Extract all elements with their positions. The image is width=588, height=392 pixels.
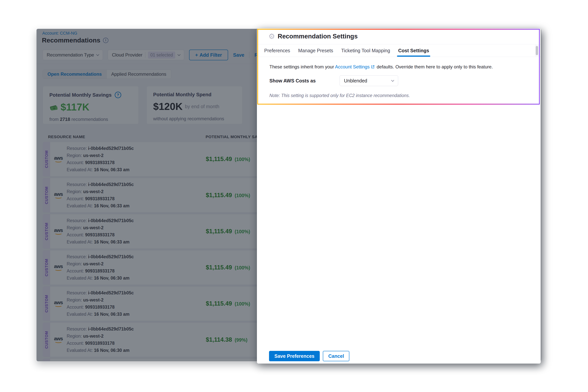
settings-tabstrip: Preferences Manage Presets Ticketing Too… <box>257 44 541 57</box>
tab-cost-settings[interactable]: Cost Settings <box>398 44 429 57</box>
screenshot-canvas: Account: CCM-NG Recommendations i Recomm… <box>0 0 588 392</box>
cancel-button[interactable]: Cancel <box>323 351 349 361</box>
scrollbar-thumb[interactable] <box>536 46 538 55</box>
external-link-icon <box>371 64 375 70</box>
aws-costs-select[interactable]: Unblended <box>340 75 398 86</box>
chevron-down-icon <box>391 78 394 82</box>
tab-preferences[interactable]: Preferences <box>264 44 290 57</box>
inherit-description: These settings inherit from your Account… <box>270 64 493 70</box>
account-settings-link[interactable]: Account Settings <box>335 64 370 69</box>
tab-ticketing-tool-mapping[interactable]: Ticketing Tool Mapping <box>341 44 390 57</box>
save-preferences-button[interactable]: Save Preferences <box>269 351 320 361</box>
tab-manage-presets[interactable]: Manage Presets <box>298 44 333 57</box>
recommendation-settings-drawer: ⚙ Recommendation Settings Preferences Ma… <box>257 28 541 364</box>
scrollbar[interactable] <box>535 45 539 56</box>
drawer-title: Recommendation Settings <box>278 33 358 40</box>
gear-icon: ⚙ <box>268 33 275 40</box>
drawer-footer: Save Preferences Cancel <box>269 351 349 361</box>
ec2-note: Note: This setting is supported only for… <box>270 93 410 98</box>
aws-costs-label: Show AWS Costs as <box>270 78 340 84</box>
aws-costs-field: Show AWS Costs as Unblended <box>270 75 527 86</box>
aws-costs-selected-value: Unblended <box>344 78 367 84</box>
drawer-header: ⚙ Recommendation Settings <box>268 33 358 40</box>
